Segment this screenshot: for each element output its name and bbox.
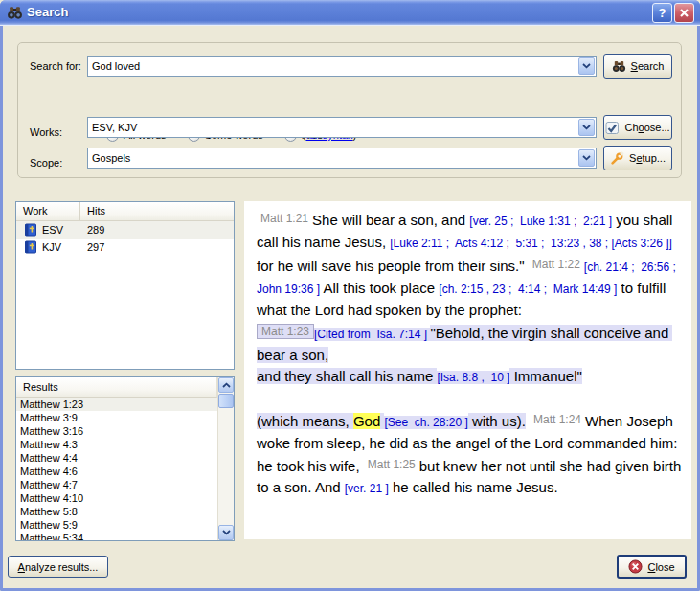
search-button-label: Search	[631, 60, 665, 72]
verse-ref: Matt 1:22	[529, 258, 584, 271]
result-item[interactable]: Matthew 4:3	[16, 438, 217, 451]
verse-text: She will bear a son, and	[312, 212, 469, 228]
binoculars-icon	[7, 5, 23, 21]
combo-arrow-button[interactable]	[578, 149, 595, 167]
results-list: Matthew 1:23Matthew 3:9Matthew 3:16Matth…	[16, 398, 217, 540]
checkmark-icon	[605, 121, 620, 135]
work-name: ESV	[42, 224, 63, 236]
search-for-value: God loved	[88, 57, 596, 72]
search-dialog: Search ? Search for: God loved Search	[0, 0, 700, 591]
cross-ref[interactable]: [ver. 21 ]	[345, 482, 389, 495]
search-for-label: Search for:	[30, 60, 81, 72]
chevron-down-icon	[222, 530, 231, 535]
scroll-down-button[interactable]	[218, 525, 234, 540]
wrench-icon	[610, 151, 624, 166]
scope-combo[interactable]: Gospels	[87, 148, 597, 169]
book-icon	[24, 240, 37, 254]
choose-button[interactable]: Choose...	[603, 115, 672, 140]
column-header-work[interactable]: Work	[16, 202, 80, 220]
close-button-label: Close	[647, 561, 674, 573]
verse-text-highlighted: (which means,	[257, 413, 353, 429]
results-header[interactable]: Results	[16, 377, 217, 398]
analyze-button-label: Analyze results...	[18, 561, 99, 573]
works-combo[interactable]: ESV, KJV	[87, 117, 597, 138]
book-icon	[24, 223, 37, 237]
titlebar[interactable]: Search ?	[0, 0, 700, 26]
close-icon	[628, 559, 643, 574]
result-item[interactable]: Matthew 5:9	[16, 518, 217, 532]
results-scrollbar[interactable]	[217, 377, 234, 540]
preview-panel: Matt 1:21She will bear a son, and [ver. …	[244, 201, 691, 539]
scope-label: Scope:	[30, 157, 62, 169]
close-window-button[interactable]	[674, 3, 694, 23]
search-for-combo[interactable]: God loved	[87, 56, 597, 77]
chevron-up-icon	[222, 382, 231, 388]
chevron-down-icon	[582, 125, 591, 130]
works-value: ESV, KJV	[88, 118, 596, 133]
match-highlight: God	[353, 413, 380, 429]
result-item[interactable]: Matthew 5:34	[16, 532, 217, 540]
verse-ref: Matt 1:24	[530, 413, 585, 426]
window-title: Search	[27, 5, 68, 19]
combo-arrow-button[interactable]	[578, 57, 595, 75]
result-item[interactable]: Matthew 5:8	[16, 505, 217, 518]
cross-ref-highlighted[interactable]: [See ch. 28:20 ]	[384, 416, 467, 429]
cross-ref-highlighted[interactable]: [Isa. 8:8 , 10 ]	[437, 371, 509, 384]
setup-button-label: Setup...	[629, 152, 666, 164]
cross-ref[interactable]: [ver. 25 ; Luke 1:31 ; 2:21 ]	[469, 215, 612, 228]
verse-text: All this took place	[320, 280, 439, 296]
result-item[interactable]: Matthew 4:6	[16, 465, 217, 478]
result-item[interactable]: Matthew 4:7	[16, 478, 217, 491]
work-hits: 297	[80, 241, 104, 253]
scroll-track[interactable]	[218, 408, 234, 525]
verse-ref: Matt 1:25	[364, 458, 419, 471]
cross-ref[interactable]: [Luke 2:11 ; Acts 4:12 ; 5:31 ; 13:23 , …	[390, 237, 672, 250]
verse-text-highlighted: with us).	[468, 413, 526, 429]
cross-ref[interactable]: [ch. 2:15 , 23 ; 4:14 ; Mark 14:49 ]	[439, 283, 617, 296]
search-criteria-group: Search for: God loved Search All wordsSo…	[17, 42, 682, 178]
verse-ref-highlighted: Matt 1:23	[257, 324, 314, 339]
work-name: KJV	[42, 241, 61, 253]
verse-text: he called his name Jesus.	[389, 479, 558, 495]
verse-text-highlighted: and they shall call his name	[257, 368, 437, 384]
close-icon	[679, 8, 689, 18]
scroll-thumb[interactable]	[218, 394, 234, 408]
chevron-down-icon	[582, 155, 591, 161]
works-table-header: Work Hits	[16, 202, 234, 221]
works-rows: ESV289KJV297	[16, 221, 234, 256]
result-item[interactable]: Matthew 3:9	[16, 411, 217, 424]
result-item[interactable]: Matthew 4:10	[16, 491, 217, 505]
search-button[interactable]: Search	[603, 54, 672, 79]
combo-arrow-button[interactable]	[578, 119, 595, 136]
close-button[interactable]: Close	[617, 555, 687, 579]
analyze-button[interactable]: Analyze results...	[8, 556, 108, 578]
results-panel: Results Matthew 1:23Matthew 3:9Matthew 3…	[15, 376, 235, 541]
help-button[interactable]: ?	[652, 3, 672, 23]
verse-ref: Matt 1:21	[257, 212, 312, 225]
chevron-down-icon	[582, 63, 591, 69]
work-row-kjv[interactable]: KJV297	[16, 239, 234, 256]
scroll-up-button[interactable]	[218, 377, 234, 393]
binoculars-icon	[612, 59, 626, 74]
result-item[interactable]: Matthew 1:23	[16, 398, 217, 411]
works-label: Works:	[30, 126, 62, 138]
work-row-esv[interactable]: ESV289	[16, 221, 234, 239]
setup-button[interactable]: Setup...	[603, 146, 672, 170]
result-item[interactable]: Matthew 3:16	[16, 424, 217, 438]
choose-button-label: Choose...	[624, 122, 669, 133]
cross-ref-highlighted[interactable]: [Cited from Isa. 7:14 ]	[314, 328, 430, 341]
work-hits: 289	[80, 224, 104, 236]
scope-value: Gospels	[88, 148, 596, 164]
result-item[interactable]: Matthew 4:4	[16, 451, 217, 465]
works-hits-table: Work Hits ESV289KJV297	[15, 201, 235, 370]
verse-text-highlighted: Immanuel"	[509, 368, 581, 384]
column-header-hits[interactable]: Hits	[80, 202, 234, 220]
